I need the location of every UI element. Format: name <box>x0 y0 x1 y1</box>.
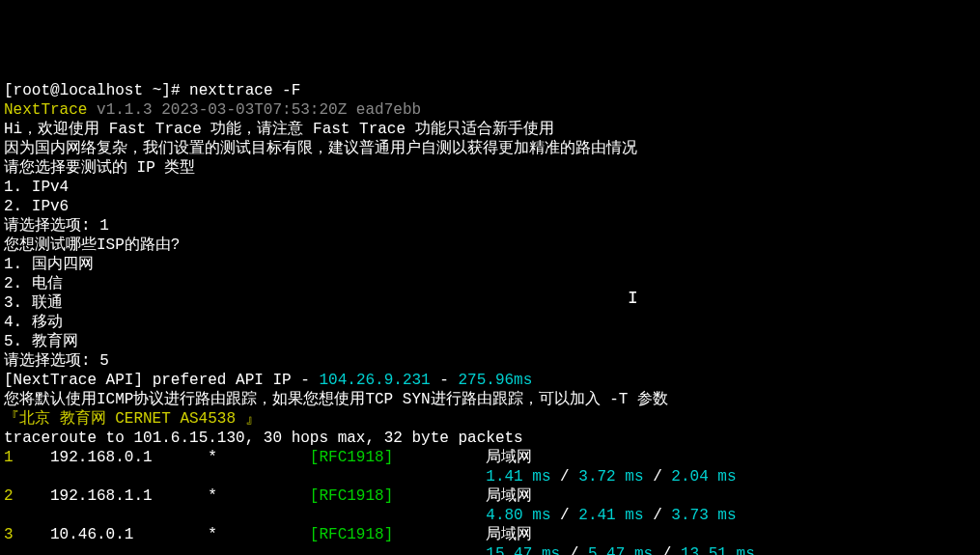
intro-1c: 功能，请注意 <box>202 121 313 138</box>
hop-3-r3: 13.51 ms <box>681 545 755 555</box>
hop-2-loc: 局域网 <box>486 486 532 506</box>
prompt-at: @ <box>50 82 60 99</box>
hop-2-rtt: 4.80 ms / 2.41 ms / 3.73 ms <box>4 506 976 525</box>
isp-opt-2: 2. 电信 <box>4 274 976 293</box>
app-name: NextTrace <box>4 101 87 119</box>
hop-3-r1: 15.47 ms <box>486 545 560 555</box>
hop-3-r2: 5.47 ms <box>588 545 653 555</box>
hop-3-num: 3 <box>4 525 50 544</box>
hop-1: 1192.168.0.1*[RFC1918]局域网 <box>4 448 976 467</box>
hop-2: 2192.168.1.1*[RFC1918]局域网 <box>4 486 976 506</box>
api-label: prefered API IP - <box>143 372 319 389</box>
traceroute-msg: traceroute to 101.6.15.130, 30 hops max,… <box>4 429 976 448</box>
api-ip: 104.26.9.231 <box>319 372 430 389</box>
api-line: [NextTrace API] prefered API IP - 104.26… <box>4 371 976 390</box>
isp-opt-4: 4. 移动 <box>4 313 976 332</box>
prompt-symbol: # <box>171 82 181 99</box>
api-prefix: [NextTrace API] <box>4 372 143 389</box>
intro-1b: Fast Trace <box>109 121 202 138</box>
hop-1-r2: 3.72 ms <box>578 468 643 486</box>
isp-prompt: 您想测试哪些ISP的路由? <box>4 236 976 255</box>
isp-choice-line: 请选择选项: 5 <box>4 351 976 371</box>
prompt-close: ] <box>161 82 171 99</box>
ip-type-opt1: 1. IPv4 <box>4 178 976 197</box>
hop-3-star: * <box>208 525 310 544</box>
hop-2-rfc: [RFC1918] <box>310 486 486 506</box>
hop-3: 310.46.0.1*[RFC1918]局域网 <box>4 525 976 544</box>
target-banner: 『北京 教育网 CERNET AS4538 』 <box>4 409 976 429</box>
isp-opt-5: 5. 教育网 <box>4 332 976 351</box>
slash: / <box>551 468 579 486</box>
hop-3-ip: 10.46.0.1 <box>50 525 208 544</box>
ip-type-prompt: 请选择选项: <box>4 217 99 235</box>
ip-type-choice-line: 请选择选项: 1 <box>4 216 976 236</box>
prompt-user: root <box>14 82 50 99</box>
hop-2-num: 2 <box>4 486 50 506</box>
api-sep: - <box>431 372 459 389</box>
hop-1-loc: 局域网 <box>486 448 532 467</box>
prompt-path: ~ <box>153 82 162 99</box>
text-cursor-icon: I <box>628 288 638 310</box>
hop-1-ip: 192.168.0.1 <box>50 448 208 467</box>
ip-type-choice[interactable]: 1 <box>99 217 109 235</box>
slash: / <box>551 507 579 524</box>
shell-prompt-line: [root@localhost ~]# nexttrace -F <box>4 81 976 100</box>
isp-choice[interactable]: 5 <box>99 352 109 370</box>
isp-choice-label: 请选择选项: <box>4 352 99 370</box>
intro-line-2: 因为国内网络复杂，我们设置的测试目标有限，建议普通用户自测以获得更加精准的路由情… <box>4 139 976 158</box>
protocol-hint: 您将默认使用ICMP协议进行路由跟踪，如果您想使用TCP SYN进行路由跟踪，可… <box>4 390 976 409</box>
intro-1a: Hi，欢迎使用 <box>4 121 109 138</box>
hop-1-rtt: 1.41 ms / 3.72 ms / 2.04 ms <box>4 467 976 486</box>
hop-1-num: 1 <box>4 448 50 467</box>
hop-2-r2: 2.41 ms <box>578 507 643 524</box>
intro-1e: 功能只适合新手使用 <box>406 121 554 138</box>
hop-1-star: * <box>208 448 310 467</box>
intro-1d: Fast Trace <box>313 121 406 138</box>
command: nexttrace -F <box>189 82 300 99</box>
prompt-open: [ <box>4 82 14 99</box>
hop-1-rfc: [RFC1918] <box>310 448 486 467</box>
slash: / <box>653 545 681 555</box>
intro-line-1: Hi，欢迎使用 Fast Trace 功能，请注意 Fast Trace 功能只… <box>4 120 976 139</box>
hop-3-rtt: 15.47 ms / 5.47 ms / 13.51 ms <box>4 544 976 555</box>
hop-2-ip: 192.168.1.1 <box>50 486 208 506</box>
hop-1-r1: 1.41 ms <box>486 468 550 486</box>
slash: / <box>560 545 588 555</box>
isp-opt-3: 3. 联通 <box>4 293 976 313</box>
hop-1-r3: 2.04 ms <box>671 468 736 486</box>
ip-type-opt2: 2. IPv6 <box>4 197 976 216</box>
hop-2-star: * <box>208 486 310 506</box>
version-line: v1.1.3 2023-03-03T07:53:20Z ead7ebb <box>87 101 421 119</box>
intro-line-3: 请您选择要测试的 IP 类型 <box>4 158 976 178</box>
slash: / <box>644 507 672 524</box>
hop-3-loc: 局域网 <box>486 525 532 544</box>
app-header: NextTrace v1.1.3 2023-03-03T07:53:20Z ea… <box>4 100 976 120</box>
isp-opt-1: 1. 国内四网 <box>4 255 976 274</box>
hop-2-r3: 3.73 ms <box>671 507 736 524</box>
prompt-host: localhost <box>60 82 143 99</box>
api-latency: 275.96ms <box>459 372 533 389</box>
hop-3-rfc: [RFC1918] <box>310 525 486 544</box>
slash: / <box>644 468 672 486</box>
hop-2-r1: 4.80 ms <box>486 507 550 524</box>
